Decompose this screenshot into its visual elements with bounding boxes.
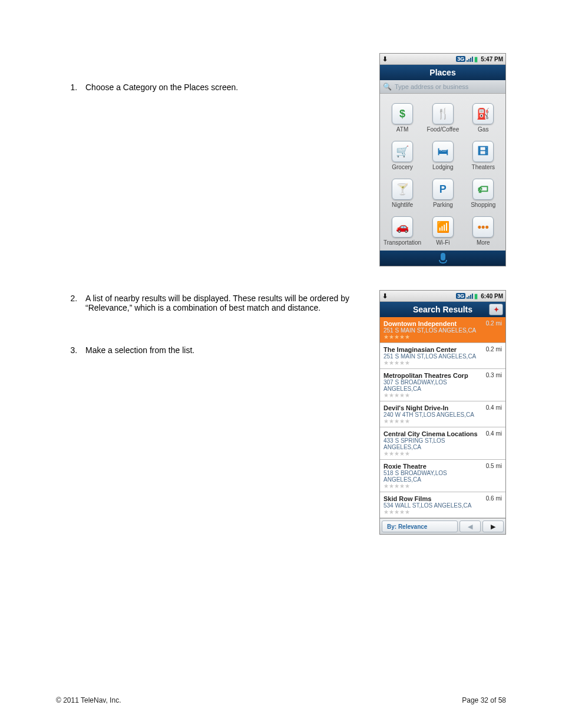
search-placeholder: Type address or business: [395, 83, 503, 90]
result-item[interactable]: Roxie Theatre 518 S BROADWAY,LOS ANGELES…: [380, 460, 505, 492]
result-item[interactable]: Devil's Night Drive-In 240 W 4TH ST,LOS …: [380, 401, 505, 427]
document-page: Choose a Category on the Places screen. …: [0, 0, 562, 728]
results-title: Search Results: [413, 305, 472, 314]
results-title-bar: Search Results ✦: [380, 302, 505, 317]
sort-next-button[interactable]: ▶: [482, 521, 504, 532]
step-1-text: Choose a Category on the Places screen.: [56, 53, 362, 104]
mic-icon: [439, 253, 447, 263]
places-search[interactable]: 🔍 Type address or business: [380, 80, 505, 94]
signal-bars-icon: [467, 294, 473, 299]
result-distance: 0.5 mi: [486, 463, 502, 489]
row-step-1: Choose a Category on the Places screen. …: [56, 53, 506, 266]
result-name: The Imaginasian Center: [384, 346, 483, 353]
step-1: Choose a Category on the Places screen.: [80, 83, 362, 92]
result-stars: ★★★★★: [384, 418, 483, 424]
cat-label: More: [477, 239, 490, 246]
result-stars: ★★★★★: [384, 360, 483, 366]
result-distance: 0.4 mi: [486, 430, 502, 457]
result-address: 518 S BROADWAY,LOS ANGELES,CA: [384, 470, 483, 483]
cat-wifi[interactable]: 📶Wi-Fi: [424, 212, 461, 246]
map-toggle-button[interactable]: ✦: [489, 304, 503, 315]
result-stars: ★★★★★: [384, 334, 483, 340]
cat-lodging[interactable]: 🛏Lodging: [424, 136, 461, 170]
cat-parking[interactable]: PParking: [424, 174, 461, 208]
tag-icon: 🏷: [472, 179, 494, 200]
cat-label: Grocery: [392, 164, 413, 170]
battery-icon: ▮: [474, 292, 478, 300]
step-3: Make a selection from the list.: [80, 345, 362, 355]
result-address: 534 WALL ST,LOS ANGELES,CA: [384, 502, 483, 509]
result-address: 240 W 4TH ST,LOS ANGELES,CA: [384, 411, 483, 418]
cat-label: ATM: [396, 126, 408, 133]
result-item[interactable]: Metropolitan Theatres Corp 307 S BROADWA…: [380, 369, 505, 401]
car-icon: 🚗: [392, 216, 413, 238]
sort-prev-button[interactable]: ◀: [459, 521, 481, 532]
cat-label: Lodging: [432, 164, 454, 170]
result-name: Skid Row Films: [384, 495, 483, 502]
cat-more[interactable]: •••More: [465, 212, 502, 246]
step-2: A list of nearby results will be display…: [80, 294, 362, 312]
page-footer: © 2011 TeleNav, Inc. Page 32 of 58: [56, 696, 506, 704]
result-distance: 0.2 mi: [486, 346, 502, 366]
result-stars: ★★★★★: [384, 392, 483, 398]
cat-label: Nightlife: [392, 202, 413, 208]
result-item[interactable]: Downtown Independent 251 S MAIN ST,LOS A…: [380, 317, 505, 343]
page-number: Page 32 of 58: [462, 696, 506, 704]
wifi-icon: 📶: [432, 216, 454, 238]
clock-text: 6:40 PM: [481, 293, 503, 299]
result-name: Roxie Theatre: [384, 463, 483, 470]
clock-text: 5:47 PM: [481, 56, 503, 62]
cart-icon: 🛒: [392, 141, 413, 162]
network-3g-icon: 3G: [456, 56, 465, 62]
result-stars: ★★★★★: [384, 450, 483, 457]
places-title-bar: Places: [380, 65, 505, 80]
bed-icon: 🛏: [432, 141, 454, 162]
result-name: Metropolitan Theatres Corp: [384, 372, 483, 379]
sort-bar: By: Relevance ◀ ▶: [380, 518, 505, 534]
dollar-icon: $: [392, 103, 413, 124]
network-3g-icon: 3G: [456, 293, 465, 299]
results-phone: ⬇ 3G ▮ 6:40 PM Search Results ✦: [379, 290, 506, 535]
cat-label: Theaters: [472, 164, 495, 170]
cat-food[interactable]: 🍴Food/Coffee: [424, 98, 461, 133]
cat-label: Food/Coffee: [427, 126, 459, 133]
result-stars: ★★★★★: [384, 509, 483, 515]
cat-label: Shopping: [471, 202, 495, 208]
gas-icon: ⛽: [472, 103, 494, 124]
food-icon: 🍴: [432, 103, 454, 124]
result-distance: 0.4 mi: [486, 404, 502, 424]
download-icon: ⬇: [382, 56, 388, 62]
sort-by-button[interactable]: By: Relevance: [382, 521, 458, 532]
signal-bars-icon: [467, 57, 473, 62]
result-distance: 0.6 mi: [486, 495, 502, 515]
result-distance: 0.3 mi: [486, 372, 502, 398]
cat-grocery[interactable]: 🛒Grocery: [384, 136, 421, 170]
places-phone: ⬇ 3G ▮ 5:47 PM Places 🔍 Type address or …: [379, 53, 506, 266]
result-address: 251 S MAIN ST,LOS ANGELES,CA: [384, 327, 483, 334]
mic-bar[interactable]: [380, 251, 505, 266]
places-title: Places: [429, 68, 455, 77]
cocktail-icon: 🍸: [392, 179, 413, 200]
cat-label: Parking: [433, 202, 453, 208]
cat-nightlife[interactable]: 🍸Nightlife: [384, 174, 421, 208]
result-item[interactable]: The Imaginasian Center 251 S MAIN ST,LOS…: [380, 343, 505, 369]
steps-2-3-text: A list of nearby results will be display…: [56, 290, 362, 367]
result-item[interactable]: Central City Cinema Locations 433 S SPRI…: [380, 427, 505, 460]
result-name: Central City Cinema Locations: [384, 430, 483, 437]
cat-shopping[interactable]: 🏷Shopping: [465, 174, 502, 208]
battery-icon: ▮: [474, 55, 478, 63]
result-item[interactable]: Skid Row Films 534 WALL ST,LOS ANGELES,C…: [380, 492, 505, 518]
cat-atm[interactable]: $ATM: [384, 98, 421, 133]
result-name: Devil's Night Drive-In: [384, 404, 483, 411]
cat-theaters[interactable]: 🎞Theaters: [465, 136, 502, 170]
result-name: Downtown Independent: [384, 320, 483, 327]
results-list: Downtown Independent 251 S MAIN ST,LOS A…: [380, 317, 505, 518]
cat-transportation[interactable]: 🚗Transportation: [384, 212, 421, 246]
cat-label: Transportation: [384, 239, 421, 246]
result-address: 251 S MAIN ST,LOS ANGELES,CA: [384, 353, 483, 360]
cat-label: Gas: [478, 126, 488, 133]
category-grid: $ATM 🍴Food/Coffee ⛽Gas 🛒Grocery 🛏Lodging…: [380, 94, 505, 251]
more-icon: •••: [472, 216, 494, 238]
cat-gas[interactable]: ⛽Gas: [465, 98, 502, 133]
row-step-2-3: A list of nearby results will be display…: [56, 290, 506, 535]
